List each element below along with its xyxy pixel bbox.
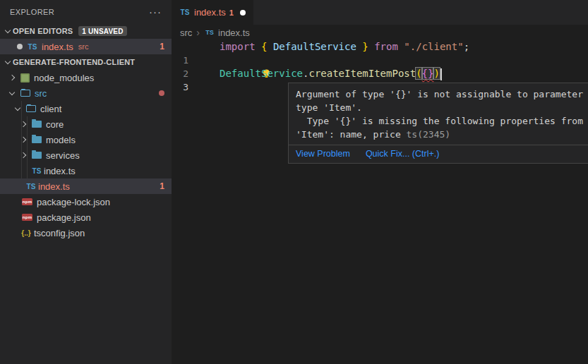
typescript-file-icon: TS [27,43,38,51]
code-line-1: 1 import { DefaultService } from "./clie… [172,40,588,54]
code-line-3: 3 DefaultService.createItemItemPost({}) [172,67,588,80]
error-count-badge: 1 [160,42,164,51]
chevron-down-icon[interactable] [5,58,11,63]
tree-item-package-json[interactable]: npm package.json [0,210,172,225]
error-line: Argument of type '{}' is not assignable … [296,87,588,101]
folder-icon [32,136,42,143]
open-editor-item-index-ts[interactable]: TS index.ts src 1 [0,39,172,54]
token-function: createItemItemPost [308,68,416,79]
tree-item-label: node_modules [34,73,94,83]
view-problem-link[interactable]: View Problem [296,149,350,159]
error-line: 'Item': name, price ts(2345) [296,128,588,141]
typescript-file-icon: TS [31,167,42,175]
open-editors-label: OPEN EDITORS [13,27,73,35]
error-line-text: 'Item': name, price [296,129,407,140]
token-punctuation: ; [464,41,469,52]
token-bracket-match: ( [416,68,421,79]
json-braces-file-icon: {..} [20,229,32,237]
chevron-down-icon[interactable] [15,104,20,110]
tab-bar: TS index.ts 1 [172,0,588,25]
error-line: type 'Item'. [296,101,588,114]
token-keyword: from [374,41,404,52]
vscode-window: EXPLORER ··· OPEN EDITORS 1 UNSAVED TS i… [0,0,588,364]
folder-icon [32,121,42,128]
error-code: ts(2345) [407,129,451,140]
explorer-header: EXPLORER ··· [0,0,172,23]
tree-item-package-lock-json[interactable]: npm package-lock.json [0,194,172,210]
token-brace: { [261,41,273,52]
chevron-right-icon[interactable] [20,121,26,127]
unsaved-badge: 1 UNSAVED [78,26,126,36]
tree-item-src[interactable]: src [0,85,172,101]
typescript-file-icon: TS [204,29,215,36]
chevron-right-icon[interactable] [20,152,26,158]
folder-icon [32,152,42,159]
node-modules-folder-icon [20,73,30,83]
error-message: Argument of type '{}' is not assignable … [289,83,588,145]
tree-item-label: models [46,135,76,145]
explorer-title: EXPLORER [10,8,54,16]
open-folder-icon [26,105,36,112]
unsaved-dot-icon[interactable] [240,10,246,16]
breadcrumb-separator-icon: › [196,27,200,38]
tab-index-ts[interactable]: TS index.ts 1 [172,0,253,25]
token-brace: } [356,41,374,52]
explorer-sidebar: EXPLORER ··· OPEN EDITORS 1 UNSAVED TS i… [0,0,172,364]
tooltip-actions: View Problem Quick Fix... (Ctrl+.) [289,145,588,163]
error-hover-tooltip: Argument of type '{}' is not assignable … [288,83,588,164]
modified-indicator-dot-icon [159,90,164,96]
npm-file-icon: npm [22,198,32,205]
npm-file-icon: npm [22,214,32,221]
modified-dot-icon[interactable] [17,44,23,49]
token-string: "./client" [404,41,463,52]
editor-area[interactable]: TS index.ts 1 src › TS index.ts 1 import… [172,0,588,364]
open-folder-icon [20,90,30,97]
typescript-file-icon: TS [179,8,191,16]
tree-item-src-index-ts[interactable]: TS index.ts 1 [0,178,172,194]
tree-item-label: package.json [37,212,91,223]
tree-item-label: index.ts [38,181,70,192]
project-section-header[interactable]: GENERATE-FRONTEND-CLIENT [0,54,172,70]
code-editor[interactable]: 1 import { DefaultService } from "./clie… [172,40,588,80]
chevron-down-icon[interactable] [5,27,11,32]
breadcrumb-folder[interactable]: src [180,28,192,38]
error-line: Type '{}' is missing the following prope… [296,114,588,128]
quick-fix-link[interactable]: Quick Fix... (Ctrl+.) [366,149,440,159]
open-editors-section-header[interactable]: OPEN EDITORS 1 UNSAVED [0,23,172,39]
tree-item-models[interactable]: models [0,132,172,147]
tree-item-client[interactable]: client [0,101,172,116]
breadcrumb: src › TS index.ts [180,25,250,40]
more-actions-icon[interactable]: ··· [149,8,162,16]
line-number: 3 [172,80,188,94]
text-cursor [440,68,443,80]
tree-item-label: core [46,119,64,130]
tree-item-services[interactable]: services [0,147,172,163]
tab-filename: index.ts [194,7,226,18]
typescript-file-icon: TS [25,183,37,190]
tree-item-label: services [46,150,80,161]
code-line-2: 2 [172,54,588,67]
tree-item-label: package-lock.json [37,197,110,207]
tree-item-tsconfig-json[interactable]: {..} tsconfig.json [0,225,172,241]
tree-item-label: client [40,104,61,114]
open-editor-path-detail: src [78,42,89,51]
chevron-down-icon[interactable] [9,89,15,95]
token-identifier: DefaultService [273,41,356,52]
tree-item-label: src [35,88,47,99]
project-name-label: GENERATE-FRONTEND-CLIENT [13,58,135,66]
tree-item-core[interactable]: core [0,116,172,132]
token-bracket-match: ) [433,68,439,79]
tree-item-node-modules[interactable]: node_modules [0,70,172,85]
error-count-badge: 1 [160,181,164,191]
breadcrumb-file[interactable]: index.ts [218,28,250,38]
chevron-right-icon[interactable] [20,137,26,142]
tree-item-label: tsconfig.json [34,228,85,238]
chevron-right-icon[interactable] [9,75,15,80]
tree-item-client-index-ts[interactable]: TS index.ts [0,163,172,178]
tab-error-count: 1 [229,8,234,17]
open-editor-filename: index.ts [42,42,73,52]
token-keyword: import [220,41,261,52]
tree-item-label: index.ts [44,166,76,176]
token-error-braces: {} [422,68,434,79]
token-class: DefaultService [220,68,303,79]
